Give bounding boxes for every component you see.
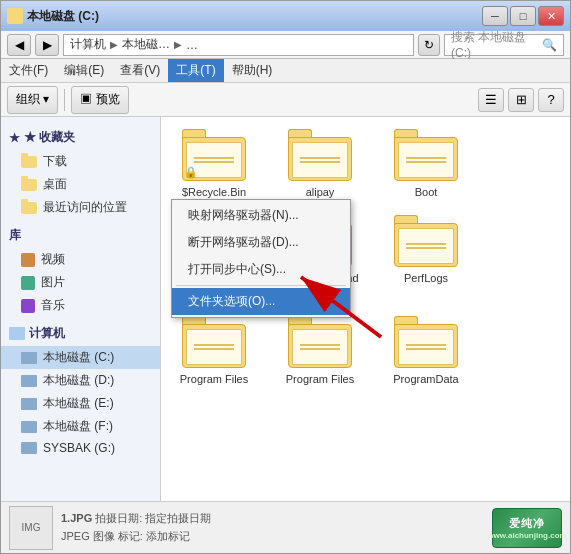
address-path[interactable]: 计算机 ▶ 本地磁… ▶ … — [63, 34, 414, 56]
tools-dropdown-menu: 映射网络驱动器(N)... 断开网络驱动器(D)... 打开同步中心(S)...… — [171, 199, 351, 318]
path-current: … — [186, 38, 198, 52]
status-bar: IMG 1.JPG 拍摄日期: 指定拍摄日期 JPEG 图像 标记: 添加标记 … — [1, 501, 570, 553]
dropdown-separator — [176, 285, 346, 286]
search-placeholder: 搜索 本地磁盘 (C:) — [451, 29, 538, 60]
organize-button[interactable]: 组织 ▾ — [7, 86, 58, 114]
picture-icon — [21, 276, 35, 290]
star-icon: ★ — [9, 131, 20, 145]
sidebar-item-desktop[interactable]: 桌面 — [1, 173, 160, 196]
sidebar-item-music[interactable]: 音乐 — [1, 294, 160, 317]
thumbnail-text: IMG — [22, 522, 41, 533]
toolbar: 组织 ▾ ▣ 预览 ☰ ⊞ ? — [1, 83, 570, 117]
status-meta2: 标记: 添加标记 — [118, 530, 190, 542]
status-filename: 1.JPG — [61, 512, 92, 524]
path-arrow-1: ▶ — [110, 39, 118, 50]
menu-bar: 文件(F) 编辑(E) 查看(V) 工具(T) 帮助(H) — [1, 59, 570, 83]
path-computer: 计算机 — [70, 36, 106, 53]
menu-view[interactable]: 查看(V) — [112, 59, 168, 82]
minimize-button[interactable]: ─ — [482, 6, 508, 26]
menu-folder-options[interactable]: 文件夹选项(O)... — [172, 288, 350, 315]
search-icon: 🔍 — [542, 38, 557, 52]
sidebar-item-picture[interactable]: 图片 — [1, 271, 160, 294]
folder-icon-alipay — [288, 129, 352, 181]
file-thumbnail: IMG — [9, 506, 53, 550]
file-item-program-files-2[interactable]: Program Files — [275, 312, 365, 390]
sidebar-item-drive-c[interactable]: 本地磁盘 (C:) — [1, 346, 160, 369]
window-icon — [7, 8, 23, 24]
back-button[interactable]: ◀ — [7, 34, 31, 56]
folder-small-icon — [21, 179, 37, 191]
sidebar-header-computer[interactable]: 计算机 — [1, 321, 160, 346]
folder-icon-program-files-2 — [288, 316, 352, 368]
sidebar-item-drive-f[interactable]: 本地磁盘 (F:) — [1, 415, 160, 438]
sidebar-item-video[interactable]: 视频 — [1, 248, 160, 271]
search-box[interactable]: 搜索 本地磁盘 (C:) 🔍 — [444, 34, 564, 56]
close-button[interactable]: ✕ — [538, 6, 564, 26]
sidebar-item-download[interactable]: 下载 — [1, 150, 160, 173]
sidebar-item-drive-g[interactable]: SYSBAK (G:) — [1, 438, 160, 458]
file-item-programdata[interactable]: ProgramData — [381, 312, 471, 390]
path-arrow-2: ▶ — [174, 39, 182, 50]
sidebar-item-drive-e[interactable]: 本地磁盘 (E:) — [1, 392, 160, 415]
toolbar-right: ☰ ⊞ ? — [478, 88, 564, 112]
restore-button[interactable]: □ — [510, 6, 536, 26]
help-button[interactable]: ? — [538, 88, 564, 112]
file-item-program-files-1[interactable]: Program Files — [169, 312, 259, 390]
status-meta1: 拍摄日期: 指定拍摄日期 — [95, 512, 211, 524]
forward-button[interactable]: ▶ — [35, 34, 59, 56]
window-title: 本地磁盘 (C:) — [27, 8, 99, 25]
title-bar: 本地磁盘 (C:) ─ □ ✕ — [1, 1, 570, 31]
drive-icon — [21, 398, 37, 410]
file-label-alipay: alipay — [306, 185, 335, 199]
file-label-program-files-2: Program Files — [286, 372, 354, 386]
file-label-program-files-1: Program Files — [180, 372, 248, 386]
address-bar: ◀ ▶ 计算机 ▶ 本地磁… ▶ … ↻ 搜索 本地磁盘 (C:) 🔍 — [1, 31, 570, 59]
file-row-1: 🔒 $Recycle.Bin alipay — [169, 125, 562, 203]
sidebar-header-favorites[interactable]: ★ ★ 收藏夹 — [1, 125, 160, 150]
file-item-alipay[interactable]: alipay — [275, 125, 365, 203]
menu-edit[interactable]: 编辑(E) — [56, 59, 112, 82]
file-label-recycle: $Recycle.Bin — [182, 185, 246, 199]
folder-icon-programdata — [394, 316, 458, 368]
view-grid-button[interactable]: ⊞ — [508, 88, 534, 112]
folder-small-icon — [21, 156, 37, 168]
file-item-boot[interactable]: Boot — [381, 125, 471, 203]
file-item-recycle[interactable]: 🔒 $Recycle.Bin — [169, 125, 259, 203]
sidebar: ★ ★ 收藏夹 下载 桌面 最近访问的位置 库 — [1, 117, 161, 501]
preview-button[interactable]: ▣ 预览 — [71, 86, 128, 114]
logo-url: www.aichunjing.com — [487, 531, 566, 540]
menu-disconnect-drive[interactable]: 断开网络驱动器(D)... — [172, 229, 350, 256]
file-item-perflogs[interactable]: PerfLogs — [381, 211, 471, 289]
folder-icon-boot — [394, 129, 458, 181]
drive-icon — [21, 421, 37, 433]
status-info: 1.JPG 拍摄日期: 指定拍摄日期 JPEG 图像 标记: 添加标记 — [61, 510, 211, 545]
file-label-boot: Boot — [415, 185, 438, 199]
file-label-programdata: ProgramData — [393, 372, 458, 386]
title-bar-controls: ─ □ ✕ — [482, 6, 564, 26]
refresh-button[interactable]: ↻ — [418, 34, 440, 56]
folder-icon-program-files-1 — [182, 316, 246, 368]
file-label-perflogs: PerfLogs — [404, 271, 448, 285]
menu-file[interactable]: 文件(F) — [1, 59, 56, 82]
view-list-button[interactable]: ☰ — [478, 88, 504, 112]
sidebar-item-recent[interactable]: 最近访问的位置 — [1, 196, 160, 219]
drive-icon — [21, 375, 37, 387]
path-local-disk: 本地磁… — [122, 36, 170, 53]
menu-sync-center[interactable]: 打开同步中心(S)... — [172, 256, 350, 283]
sidebar-section-library: 库 视频 图片 音乐 — [1, 223, 160, 317]
brand-logo: 爱纯净 www.aichunjing.com — [492, 508, 562, 548]
main-area: ★ ★ 收藏夹 下载 桌面 最近访问的位置 库 — [1, 117, 570, 501]
status-type: JPEG 图像 — [61, 530, 115, 542]
drive-icon — [21, 442, 37, 454]
file-row-3: Program Files Program Files — [169, 312, 562, 390]
sidebar-item-drive-d[interactable]: 本地磁盘 (D:) — [1, 369, 160, 392]
toolbar-separator — [64, 89, 65, 111]
folder-icon-recycle: 🔒 — [182, 129, 246, 181]
video-icon — [21, 253, 35, 267]
folder-small-icon — [21, 202, 37, 214]
menu-tools[interactable]: 工具(T) — [168, 59, 223, 82]
sidebar-header-library[interactable]: 库 — [1, 223, 160, 248]
title-bar-left: 本地磁盘 (C:) — [7, 8, 99, 25]
menu-map-drive[interactable]: 映射网络驱动器(N)... — [172, 202, 350, 229]
menu-help[interactable]: 帮助(H) — [224, 59, 281, 82]
